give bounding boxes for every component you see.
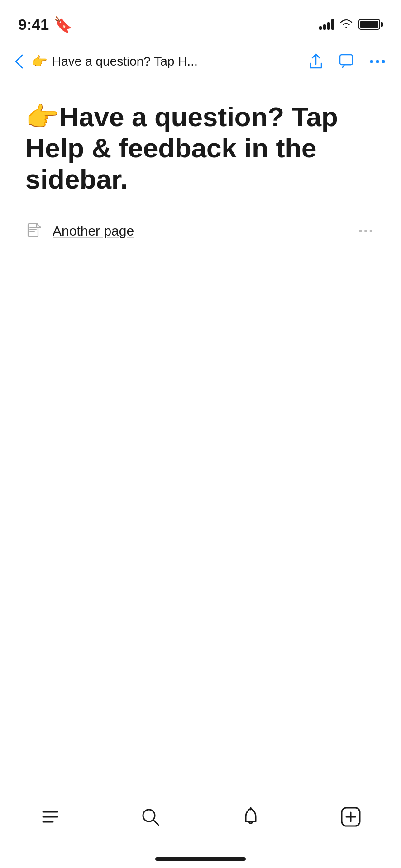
nav-title-emoji: 👉 (32, 54, 48, 69)
svg-point-5 (359, 230, 362, 232)
comment-button[interactable] (337, 52, 357, 71)
nav-right-icons (306, 52, 387, 71)
page-document-icon (25, 222, 43, 240)
back-chevron-icon (14, 52, 24, 71)
search-icon (138, 805, 162, 829)
tab-notifications[interactable] (233, 805, 269, 829)
tab-search[interactable] (132, 805, 168, 829)
add-icon (339, 805, 363, 829)
share-button[interactable] (306, 52, 326, 71)
svg-point-3 (382, 60, 385, 63)
subpage-link-left[interactable]: Another page (25, 222, 134, 240)
back-button[interactable] (14, 52, 24, 71)
tab-list[interactable] (32, 805, 68, 829)
bookmark-icon-status: 🔖 (53, 15, 72, 33)
status-bar: 9:41 🔖 (0, 0, 401, 40)
page-title-text: Have a question? Tap Help & feedback in … (25, 102, 338, 194)
battery-icon (358, 19, 383, 30)
svg-rect-0 (340, 55, 353, 65)
svg-point-6 (364, 230, 367, 232)
bell-icon (239, 805, 263, 829)
page-title-emoji: 👉 (25, 102, 59, 132)
status-time-area: 9:41 🔖 (18, 15, 72, 33)
subpage-title[interactable]: Another page (53, 223, 134, 239)
status-right-icons (319, 19, 383, 30)
list-icon (38, 805, 62, 829)
signal-bar-3 (327, 22, 330, 30)
subpage-link-row: Another page (25, 217, 376, 245)
svg-point-1 (370, 60, 373, 63)
subpage-more-button[interactable] (356, 221, 376, 241)
page-title: 👉Have a question? Tap Help & feedback in… (25, 101, 376, 195)
signal-strength-icon (319, 19, 334, 30)
navigation-bar: 👉 Have a question? Tap H... (0, 40, 401, 83)
nav-title-area: 👉 Have a question? Tap H... (32, 54, 198, 69)
tab-add[interactable] (333, 805, 369, 829)
signal-bar-2 (323, 24, 326, 30)
home-indicator (155, 857, 246, 861)
nav-title-text: Have a question? Tap H... (52, 54, 198, 69)
wifi-icon (339, 19, 353, 30)
signal-bar-4 (331, 19, 334, 30)
signal-bar-1 (319, 26, 322, 30)
status-time: 9:41 (18, 16, 49, 33)
svg-point-7 (370, 230, 372, 232)
nav-left-area: 👉 Have a question? Tap H... (14, 52, 198, 71)
more-options-button[interactable] (368, 52, 387, 71)
page-content: 👉Have a question? Tap Help & feedback in… (0, 83, 401, 263)
svg-point-2 (376, 60, 379, 63)
